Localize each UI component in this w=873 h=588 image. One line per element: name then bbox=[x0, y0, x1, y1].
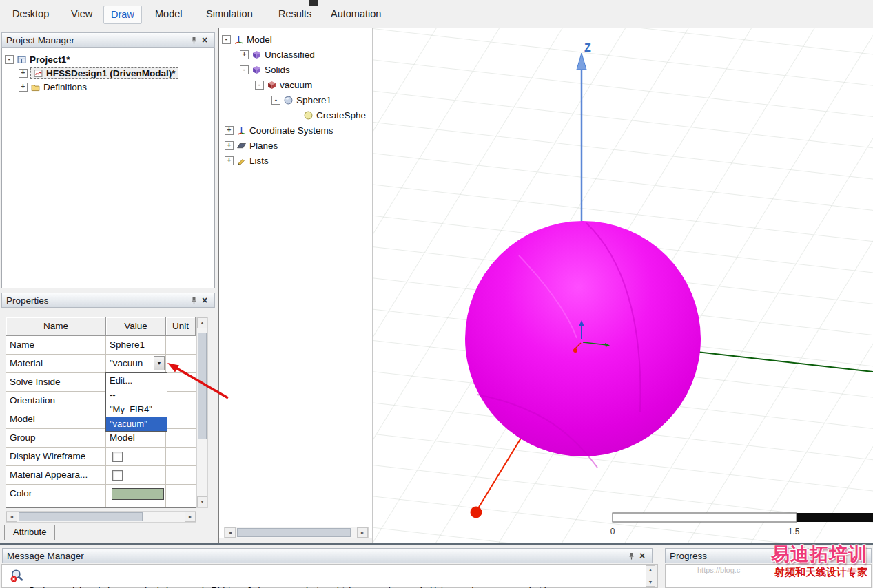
model-tree-item-createsphere[interactable]: CreateSphe bbox=[300, 107, 372, 123]
property-name-cell: Model bbox=[6, 410, 106, 429]
material-appearance-checkbox[interactable] bbox=[112, 470, 123, 481]
project-tree-item-project1[interactable]: - Project1* bbox=[5, 52, 214, 66]
tree-expander[interactable]: - bbox=[222, 35, 231, 44]
message-scrollbar[interactable]: ▲ ▼ bbox=[646, 565, 657, 587]
tree-item-label[interactable]: Unclassified bbox=[265, 50, 315, 60]
close-icon[interactable]: × bbox=[199, 34, 210, 45]
menu-results[interactable]: Results bbox=[273, 6, 317, 23]
tree-item-label[interactable]: Planes bbox=[249, 140, 278, 151]
model-tree-item-model[interactable]: - Model bbox=[222, 32, 372, 47]
dropdown-option-edit[interactable]: Edit... bbox=[106, 373, 167, 388]
properties-vertical-scrollbar[interactable]: ▲ ▼ bbox=[196, 317, 208, 508]
error-message-icon bbox=[10, 569, 24, 585]
property-row-name: Name Sphere1 bbox=[6, 336, 196, 355]
scrollbar-thumb[interactable] bbox=[198, 333, 207, 439]
tree-expander[interactable]: + bbox=[225, 156, 234, 165]
tree-expander[interactable]: - bbox=[240, 65, 249, 74]
tree-expander[interactable]: + bbox=[240, 50, 249, 59]
menu-desktop[interactable]: Desktop bbox=[7, 6, 54, 23]
material-combo-value[interactable]: "vacuun bbox=[110, 358, 143, 368]
tree-item-label[interactable]: HFSSDesign1 (DrivenModal)* bbox=[46, 68, 176, 78]
property-value-cell[interactable]: Model bbox=[106, 429, 166, 448]
close-icon[interactable]: × bbox=[199, 295, 210, 306]
chevron-down-icon[interactable]: ▼ bbox=[154, 356, 165, 370]
tree-expander[interactable]: + bbox=[19, 83, 28, 92]
menu-bar: Desktop View Draw Model Simulation Resul… bbox=[0, 0, 873, 29]
selected-tree-node[interactable]: HFSSDesign1 (DrivenModal)* bbox=[30, 67, 178, 79]
tree-expander[interactable]: + bbox=[225, 126, 234, 135]
message-text: Body could not be created for part Ellip… bbox=[30, 567, 553, 588]
tree-expander[interactable]: - bbox=[255, 81, 264, 90]
application-window: Desktop View Draw Model Simulation Resul… bbox=[0, 0, 873, 588]
scroll-left-icon[interactable]: ◄ bbox=[225, 527, 236, 538]
property-name-cell bbox=[6, 503, 106, 508]
scrollbar-thumb[interactable] bbox=[237, 528, 351, 537]
menu-view[interactable]: View bbox=[65, 6, 98, 23]
tree-expander[interactable]: + bbox=[19, 69, 28, 78]
project-tree-item-hfssdesign1[interactable]: + HFSSDesign1 (DrivenModal)* bbox=[19, 66, 214, 80]
menu-draw[interactable]: Draw bbox=[103, 6, 142, 24]
tree-item-label[interactable]: Model bbox=[247, 34, 272, 45]
tree-expander[interactable]: - bbox=[271, 96, 280, 105]
scroll-left-icon[interactable]: ◄ bbox=[6, 512, 17, 522]
material-dropdown-list: Edit... -- "My_FIR4" "vacuum" bbox=[105, 372, 167, 432]
scroll-right-icon[interactable]: ► bbox=[185, 512, 196, 522]
tree-item-label[interactable]: Lists bbox=[249, 156, 269, 166]
tree-item-label[interactable]: Solids bbox=[265, 65, 290, 75]
tree-horizontal-scrollbar[interactable]: ◄ ► bbox=[224, 527, 369, 538]
model-icon bbox=[234, 34, 244, 44]
material-combo[interactable]: "vacuun ▼ bbox=[106, 355, 166, 373]
pin-icon[interactable] bbox=[188, 34, 199, 45]
color-swatch[interactable] bbox=[112, 488, 164, 500]
message-list: Body could not be created for part Ellip… bbox=[1, 564, 658, 588]
dropdown-option-vacuum[interactable]: "vacuum" bbox=[106, 417, 167, 431]
tree-item-label[interactable]: Definitions bbox=[43, 82, 87, 92]
tree-item-label[interactable]: vacuum bbox=[280, 80, 312, 90]
hfss-design-icon bbox=[33, 68, 43, 78]
properties-horizontal-scrollbar[interactable]: ◄ ► bbox=[6, 511, 196, 523]
tab-attribute[interactable]: Attribute bbox=[4, 525, 55, 540]
project-tree-item-definitions[interactable]: + Definitions bbox=[19, 80, 214, 94]
tree-item-label[interactable]: Sphere1 bbox=[296, 95, 331, 105]
table-header-row: Name Value Unit bbox=[6, 317, 196, 336]
pin-icon[interactable] bbox=[188, 295, 199, 306]
menu-simulation[interactable]: Simulation bbox=[201, 6, 258, 23]
scroll-down-icon[interactable]: ▼ bbox=[197, 496, 207, 507]
close-icon[interactable]: × bbox=[637, 550, 648, 561]
property-row-color: Color bbox=[6, 485, 196, 503]
progress-header: Progress bbox=[665, 548, 872, 563]
scroll-down-icon[interactable]: ▼ bbox=[646, 578, 655, 587]
scrollbar-thumb[interactable] bbox=[19, 512, 143, 521]
property-unit-cell bbox=[166, 355, 196, 373]
scroll-up-icon[interactable]: ▲ bbox=[646, 565, 655, 574]
create-sphere-icon bbox=[303, 110, 314, 120]
tree-expander[interactable]: + bbox=[225, 141, 234, 150]
display-wireframe-checkbox[interactable] bbox=[112, 452, 123, 462]
properties-header: Properties × bbox=[1, 293, 215, 308]
tree-item-label[interactable]: Project1* bbox=[30, 54, 70, 65]
tree-item-label[interactable]: CreateSphe bbox=[316, 110, 366, 120]
message-manager-pane: Message Manager × Body could not be crea… bbox=[0, 545, 659, 588]
model-tree-item-lists[interactable]: + Lists bbox=[225, 153, 372, 168]
menu-automation[interactable]: Automation bbox=[325, 6, 387, 23]
project-manager-title: Project Manager bbox=[6, 35, 188, 45]
tree-item-label[interactable]: Coordinate Systems bbox=[249, 125, 333, 136]
menu-model[interactable]: Model bbox=[150, 6, 188, 23]
tree-expander[interactable]: - bbox=[5, 55, 14, 64]
model-tree-item-vacuum[interactable]: - vacuum bbox=[255, 77, 372, 92]
model-tree-item-unclassified[interactable]: + Unclassified bbox=[240, 47, 372, 62]
scroll-right-icon[interactable]: ► bbox=[357, 527, 368, 538]
model-tree-item-sphere1[interactable]: - Sphere1 bbox=[271, 92, 372, 107]
scroll-up-icon[interactable]: ▲ bbox=[197, 317, 207, 328]
dropdown-option-separator[interactable]: -- bbox=[106, 388, 167, 402]
progress-pane: Progress bbox=[664, 545, 873, 588]
property-value-cell[interactable]: Sphere1 bbox=[106, 336, 166, 355]
model-tree-item-planes[interactable]: + Planes bbox=[225, 138, 372, 153]
model-tree-item-coordinate-systems[interactable]: + Coordinate Systems bbox=[225, 123, 372, 138]
dropdown-option-myfir4[interactable]: "My_FIR4" bbox=[106, 402, 167, 417]
model-tree-item-solids[interactable]: - Solids bbox=[240, 62, 372, 77]
pin-icon[interactable] bbox=[626, 550, 637, 561]
z-axis-label: Z bbox=[584, 42, 591, 54]
modeler-3d-viewport[interactable]: Z 0 1.5 bbox=[372, 28, 873, 543]
property-name-cell: Color bbox=[6, 485, 106, 503]
